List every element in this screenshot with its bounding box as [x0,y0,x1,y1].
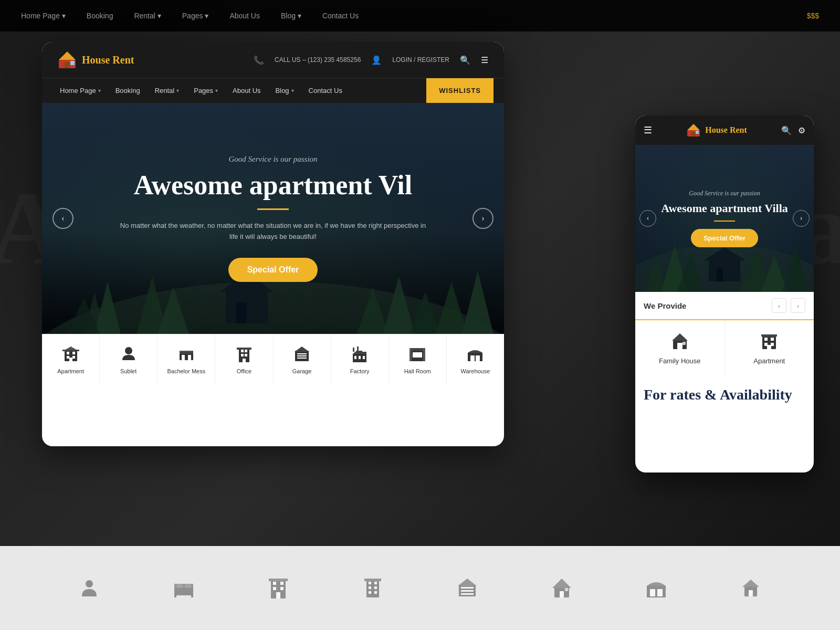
provide-item-family-house[interactable]: Family House [635,320,724,375]
mobile-logo[interactable]: House Rent [686,123,747,138]
garage-icon [292,345,311,364]
svg-rect-46 [358,351,362,354]
family-house-icon [669,331,690,352]
bottom-icon-house[interactable] [550,576,573,600]
nav-item-home[interactable]: Home Page ▾ [52,78,108,103]
mobile-provide-section: We Provide ‹ › Family House [635,292,814,375]
top-bar-item-booking[interactable]: Booking [87,12,113,20]
mobile-search-icon[interactable]: 🔍 [781,125,792,135]
svg-rect-94 [273,582,276,585]
top-bar-item-home[interactable]: Home Page ▾ [21,12,66,20]
top-bar-nav: Home Page ▾ Booking Rental ▾ Pages ▾ Abo… [21,12,359,20]
apartment-icon [61,345,80,364]
cat-item-garage[interactable]: Garage [274,334,331,385]
mobile-filter-icon[interactable]: ⚙ [798,125,805,135]
svg-rect-111 [461,590,474,592]
top-bar-item-pages[interactable]: Pages ▾ [182,12,209,20]
hero-next-arrow[interactable]: › [472,208,494,229]
office-icon [361,576,384,600]
svg-rect-27 [180,353,193,360]
login-label[interactable]: LOGIN / REGISTER [392,56,449,64]
provide-item-apartment[interactable]: Apartment [725,320,814,375]
svg-rect-54 [411,348,424,351]
mobile-provide-next[interactable]: › [791,298,805,313]
svg-rect-3 [70,61,75,65]
svg-rect-119 [657,589,663,596]
svg-rect-117 [647,586,666,597]
bottom-icon-person[interactable] [78,576,101,600]
mobile-header: ☰ House Rent 🔍 ⚙ [635,116,814,145]
cat-item-sublet[interactable]: Sublet [100,334,158,385]
svg-rect-49 [359,356,361,359]
svg-rect-38 [237,348,251,350]
svg-marker-40 [295,346,309,352]
nav-item-rental[interactable]: Rental ▾ [148,78,187,103]
mobile-hamburger[interactable]: ☰ [644,124,652,136]
mobile-rates-section: For rates & Availability [635,375,814,414]
svg-rect-42 [297,355,307,356]
search-icon[interactable]: 🔍 [460,55,470,65]
svg-rect-78 [682,342,686,345]
mobile-hero-content: Good Service is our passion Awesome apar… [661,190,788,247]
desktop-logo[interactable]: House Rent [58,50,134,69]
hero-cta-button[interactable]: Special Offer [228,258,318,282]
bottom-icon-bed[interactable] [172,576,195,600]
bed-icon [172,576,195,600]
mobile-rates-title: For rates & Availability [644,386,805,404]
person-icon [78,576,101,600]
hero-prev-arrow[interactable]: ‹ [52,208,74,229]
nav-item-about[interactable]: About Us [225,78,268,103]
nav-item-pages[interactable]: Pages ▾ [186,78,225,103]
svg-rect-21 [67,356,69,359]
svg-rect-57 [413,352,422,358]
cat-item-warehouse[interactable]: Warehouse [447,334,504,385]
bottom-icon-building[interactable] [267,576,290,600]
mobile-provide-prev[interactable]: ‹ [772,298,786,313]
mobile-hero-next-arrow[interactable]: › [793,210,810,227]
cat-item-apartment[interactable]: Apartment [42,334,100,385]
cat-item-factory[interactable]: Factory [331,334,389,385]
svg-rect-84 [767,345,771,349]
mobile-window: ☰ House Rent 🔍 ⚙ [635,116,814,472]
menu-icon[interactable]: ☰ [481,55,488,65]
top-bar-item-about[interactable]: About Us [229,12,260,20]
wishlist-button[interactable]: WISHLISTS [426,78,494,103]
top-bar-item-rental[interactable]: Rental ▾ [134,12,161,20]
svg-point-86 [86,580,93,587]
bottom-icon-warehouse[interactable] [645,576,668,600]
svg-rect-85 [761,334,777,337]
mobile-logo-text: House Rent [705,125,747,135]
building-icon [267,576,290,600]
svg-marker-121 [742,580,759,587]
svg-rect-81 [771,338,774,341]
cat-item-hallroom[interactable]: Hall Room [389,334,447,385]
svg-rect-89 [174,593,176,597]
desktop-header-right: 📞 CALL US – (123) 235 4585256 👤 LOGIN / … [254,55,488,65]
svg-rect-110 [461,587,474,589]
svg-rect-98 [276,592,280,598]
bottom-icon-extra[interactable] [739,576,762,600]
desktop-hero: Good Service is our passion Awesome apar… [42,103,504,334]
bottom-icon-garage[interactable] [456,576,479,600]
top-bar-item-blog[interactable]: Blog ▾ [281,12,301,20]
top-bar-item-contact[interactable]: Contact Us [322,12,359,20]
mobile-provide-nav: ‹ › [772,298,805,313]
mobile-hero-cta-button[interactable]: Special Offer [691,229,758,247]
svg-rect-30 [188,355,191,360]
bottom-icon-office[interactable] [361,576,384,600]
warehouse-icon [466,345,485,364]
nav-item-booking[interactable]: Booking [108,78,148,103]
svg-rect-55 [410,348,412,361]
svg-rect-17 [236,302,247,323]
desktop-window: House Rent 📞 CALL US – (123) 235 4585256… [42,42,504,446]
mobile-hero-prev-arrow[interactable]: ‹ [639,210,656,227]
hero-tagline: Good Service is our passion [116,155,430,164]
garage-icon [456,576,479,600]
cat-item-office[interactable]: Office [215,334,273,385]
bachelor-icon [177,345,196,364]
nav-item-contact[interactable]: Contact Us [301,78,350,103]
cat-item-bachelor[interactable]: Bachelor Mess [158,334,215,385]
svg-rect-48 [354,356,356,359]
svg-marker-114 [552,579,571,588]
nav-item-blog[interactable]: Blog ▾ [268,78,301,103]
